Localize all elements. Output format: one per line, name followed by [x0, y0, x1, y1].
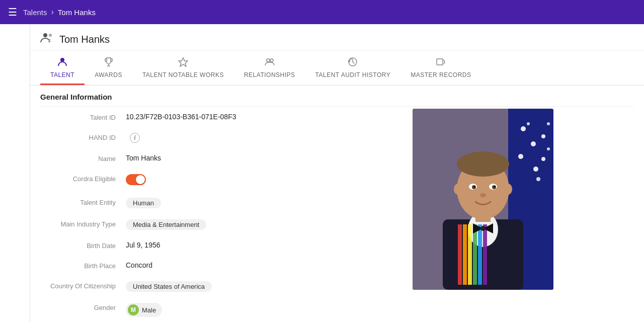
cordra-eligible-row: Cordra Eligible	[40, 168, 392, 192]
svg-point-2	[60, 58, 64, 62]
toggle-thumb	[136, 175, 145, 184]
tab-awards[interactable]: AWARDS	[85, 51, 132, 85]
svg-point-14	[541, 157, 545, 161]
svg-point-15	[527, 122, 530, 125]
gender-value: M Male	[126, 302, 392, 317]
notable-works-icon	[178, 57, 188, 69]
main-industry-label: Main Industry Type	[40, 218, 126, 228]
main-content: Tom Hanks TALENT	[30, 24, 644, 322]
talent-icon	[57, 57, 67, 69]
gender-letter: M	[128, 304, 139, 315]
main-industry-row: Main Industry Type Media & Entertainment	[40, 213, 392, 235]
cordra-eligible-label: Cordra Eligible	[40, 173, 126, 183]
tab-awards-label: AWARDS	[95, 71, 122, 78]
tab-master-records[interactable]: MASTER RECORDS	[400, 51, 481, 85]
talent-entity-row: Talent Entity Human	[40, 192, 392, 213]
birth-date-label: Birth Date	[40, 240, 126, 250]
cordra-eligible-toggle[interactable]	[126, 173, 392, 187]
citizenship-value: United States of America	[126, 280, 392, 292]
breadcrumb-separator: ›	[51, 8, 54, 17]
hand-id-value: i	[126, 132, 392, 143]
hand-id-label: HAND ID	[40, 132, 126, 141]
citizenship-chip: United States of America	[126, 281, 212, 292]
talent-id-value: 10.23/F72B-0103-B361-071E-08F3	[126, 112, 392, 121]
svg-rect-27	[483, 224, 487, 285]
svg-point-10	[531, 141, 536, 146]
svg-point-36	[494, 186, 496, 188]
talent-id-row: Talent ID 10.23/F72B-0103-B361-071E-08F3	[40, 107, 392, 127]
section-title: General Information	[30, 86, 644, 106]
svg-point-12	[533, 167, 538, 172]
page-title: Tom Hanks	[59, 34, 110, 45]
people-icon	[40, 32, 53, 46]
svg-point-0	[43, 33, 47, 37]
info-icon[interactable]: i	[130, 133, 140, 143]
name-label: Name	[40, 153, 126, 163]
svg-rect-25	[473, 224, 477, 285]
gender-row: Gender M Male	[40, 297, 392, 322]
svg-marker-3	[179, 58, 188, 66]
svg-point-9	[521, 126, 526, 131]
breadcrumb: Talents › Tom Hanks	[23, 8, 96, 17]
breadcrumb-current: Tom Hanks	[58, 8, 96, 17]
birth-place-value: Concord	[126, 260, 392, 269]
gender-text: Male	[142, 306, 156, 314]
svg-point-11	[518, 154, 523, 159]
talent-entity-label: Talent Entity	[40, 197, 126, 206]
talent-id-label: Talent ID	[40, 112, 126, 121]
svg-point-13	[541, 134, 545, 138]
svg-point-16	[536, 177, 540, 181]
cordra-toggle[interactable]	[126, 174, 146, 185]
svg-rect-24	[468, 224, 472, 285]
talent-photo-area	[413, 107, 553, 322]
gender-label: Gender	[40, 302, 126, 311]
svg-rect-7	[437, 59, 443, 65]
tab-notable-works[interactable]: TALENT NOTABLE WORKS	[132, 51, 234, 85]
relationships-icon	[265, 57, 275, 69]
svg-rect-23	[463, 224, 467, 285]
sidebar	[0, 24, 30, 322]
birth-date-row: Birth Date Jul 9, 1956	[40, 235, 392, 255]
hand-id-row: HAND ID i	[40, 127, 392, 148]
tab-relationships[interactable]: RELATIONSHIPS	[234, 51, 305, 85]
master-records-icon	[436, 57, 446, 69]
tab-relationships-label: RELATIONSHIPS	[244, 71, 295, 78]
main-industry-value: Media & Entertainment	[126, 218, 392, 230]
tab-master-records-label: MASTER RECORDS	[411, 71, 471, 78]
svg-point-35	[474, 186, 475, 188]
tab-talent-label: TALENT	[50, 71, 74, 78]
talent-photo-svg	[413, 109, 553, 290]
tab-audit-history[interactable]: TALENT AUDIT HISTORY	[305, 51, 401, 85]
birth-place-row: Birth Place Concord	[40, 255, 392, 275]
svg-point-5	[270, 59, 273, 62]
top-nav: ☰ Talents › Tom Hanks	[0, 0, 644, 24]
gender-badge: M Male	[126, 303, 162, 317]
svg-point-42	[480, 226, 486, 231]
svg-point-17	[547, 147, 550, 150]
talent-entity-value: Human	[126, 197, 392, 208]
form-fields: Talent ID 10.23/F72B-0103-B361-071E-08F3…	[40, 107, 392, 322]
svg-point-37	[480, 193, 486, 197]
birth-place-label: Birth Place	[40, 260, 126, 270]
talent-photo	[413, 109, 553, 290]
birth-date-value: Jul 9, 1956	[126, 240, 392, 249]
breadcrumb-parent[interactable]: Talents	[23, 8, 47, 17]
awards-icon	[104, 57, 114, 69]
svg-rect-26	[478, 224, 482, 285]
main-industry-chip: Media & Entertainment	[126, 219, 206, 230]
citizenship-row: Country Of Citizenship United States of …	[40, 275, 392, 297]
page-header: Tom Hanks	[30, 24, 644, 51]
tab-talent[interactable]: TALENT	[40, 51, 85, 85]
citizenship-label: Country Of Citizenship	[40, 280, 126, 290]
name-row: Name Tom Hanks	[40, 148, 392, 168]
hamburger-icon[interactable]: ☰	[8, 6, 17, 18]
svg-point-39	[504, 184, 512, 195]
audit-history-icon	[348, 57, 358, 69]
svg-point-30	[457, 151, 509, 177]
form-container: Talent ID 10.23/F72B-0103-B361-071E-08F3…	[30, 107, 644, 322]
svg-point-18	[547, 122, 550, 125]
name-value: Tom Hanks	[126, 153, 392, 162]
svg-point-38	[454, 184, 462, 195]
svg-point-1	[49, 34, 52, 37]
tab-audit-history-label: TALENT AUDIT HISTORY	[315, 71, 391, 78]
